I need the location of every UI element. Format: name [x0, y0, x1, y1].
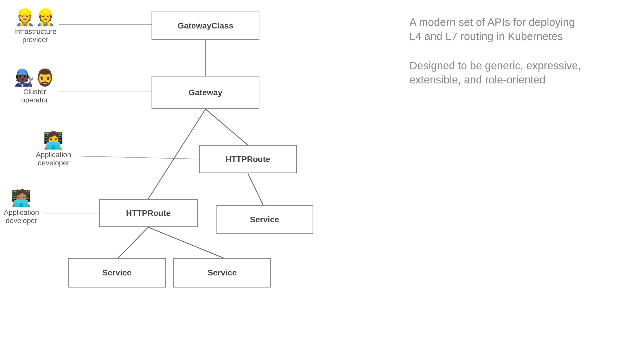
persona-cluster-emoji: 🧑🏿‍🔧🧔‍♂️ — [14, 69, 55, 86]
diagram-container: 👷👷 Infrastructureprovider 🧑🏿‍🔧🧔‍♂️ Clust… — [0, 0, 620, 364]
node-service2-label: Service — [102, 268, 131, 277]
node-service3: Service — [173, 258, 271, 288]
persona-appdev2: 🧑🏽‍💻 Applicationdeveloper — [4, 190, 39, 225]
persona-infra-emoji: 👷👷 — [15, 9, 56, 25]
node-gatewayclass-label: GatewayClass — [177, 21, 233, 31]
persona-appdev2-emoji: 🧑🏽‍💻 — [11, 190, 32, 206]
node-httproute1: HTTPRoute — [199, 145, 297, 173]
info-line1: A modern set of APIs for deployingL4 and… — [409, 15, 605, 43]
persona-appdev1: 👩‍💻 Applicationdeveloper — [36, 132, 71, 167]
node-gateway-label: Gateway — [189, 88, 222, 97]
node-service1-label: Service — [250, 215, 279, 224]
info-line2: Designed to be generic, expressive,exten… — [409, 59, 605, 87]
persona-cluster: 🧑🏿‍🔧🧔‍♂️ Clusteroperator — [14, 69, 55, 104]
node-service3-label: Service — [208, 268, 237, 277]
persona-infra-label: Infrastructureprovider — [14, 27, 57, 44]
node-httproute2-label: HTTPRoute — [126, 208, 171, 218]
node-service1: Service — [216, 205, 313, 234]
svg-line-13 — [148, 227, 223, 258]
node-httproute2: HTTPRoute — [99, 199, 198, 227]
info-text-panel: A modern set of APIs for deployingL4 and… — [409, 15, 605, 87]
svg-line-5 — [80, 156, 200, 159]
node-httproute1-label: HTTPRoute — [226, 155, 270, 164]
persona-appdev1-emoji: 👩‍💻 — [43, 132, 64, 149]
node-gatewayclass: GatewayClass — [152, 12, 259, 40]
node-gateway: Gateway — [152, 76, 259, 109]
svg-line-9 — [205, 109, 248, 145]
svg-line-11 — [248, 173, 263, 205]
persona-appdev2-label: Applicationdeveloper — [4, 208, 39, 225]
node-service2: Service — [68, 258, 166, 288]
persona-appdev1-label: Applicationdeveloper — [36, 151, 71, 167]
svg-line-12 — [118, 227, 148, 258]
svg-line-10 — [148, 109, 205, 199]
persona-cluster-label: Clusteroperator — [21, 88, 48, 104]
persona-infra: 👷👷 Infrastructureprovider — [14, 9, 57, 44]
